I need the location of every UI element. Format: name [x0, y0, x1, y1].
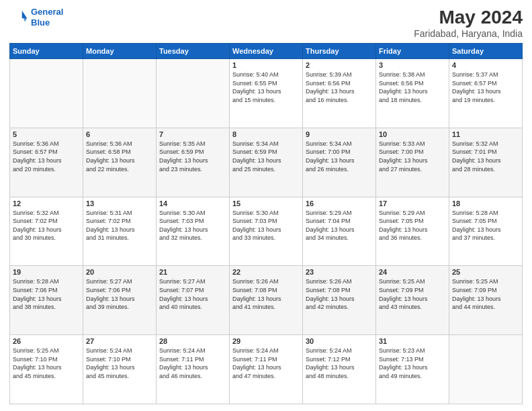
table-row: 5Sunrise: 5:36 AM Sunset: 6:57 PM Daylig…: [10, 128, 83, 197]
table-row: 31Sunrise: 5:23 AM Sunset: 7:13 PM Dayli…: [376, 335, 449, 404]
day-info: Sunrise: 5:25 AM Sunset: 7:09 PM Dayligh…: [379, 277, 446, 311]
day-info: Sunrise: 5:29 AM Sunset: 7:05 PM Dayligh…: [379, 209, 446, 242]
day-info: Sunrise: 5:25 AM Sunset: 7:09 PM Dayligh…: [452, 277, 519, 311]
table-row: 15Sunrise: 5:30 AM Sunset: 7:03 PM Dayli…: [230, 197, 303, 266]
table-row: 26Sunrise: 5:25 AM Sunset: 7:10 PM Dayli…: [10, 335, 83, 404]
day-info: Sunrise: 5:37 AM Sunset: 6:57 PM Dayligh…: [452, 71, 519, 104]
day-info: Sunrise: 5:33 AM Sunset: 7:00 PM Dayligh…: [379, 140, 446, 173]
calendar-week-row: 5Sunrise: 5:36 AM Sunset: 6:57 PM Daylig…: [10, 128, 523, 197]
day-number: 2: [306, 61, 373, 69]
table-row: 7Sunrise: 5:35 AM Sunset: 6:59 PM Daylig…: [157, 128, 230, 197]
table-row: 9Sunrise: 5:34 AM Sunset: 7:00 PM Daylig…: [303, 128, 376, 197]
day-info: Sunrise: 5:28 AM Sunset: 7:06 PM Dayligh…: [13, 277, 80, 311]
day-number: 25: [452, 268, 519, 276]
main-title: May 2024: [414, 7, 523, 28]
table-row: 11Sunrise: 5:32 AM Sunset: 7:01 PM Dayli…: [449, 128, 523, 197]
day-number: 31: [379, 337, 446, 345]
day-info: Sunrise: 5:23 AM Sunset: 7:13 PM Dayligh…: [379, 347, 446, 380]
day-info: Sunrise: 5:27 AM Sunset: 7:06 PM Dayligh…: [86, 277, 153, 311]
calendar-header-row: Sunday Monday Tuesday Wednesday Thursday…: [10, 44, 523, 59]
day-info: Sunrise: 5:40 AM Sunset: 6:55 PM Dayligh…: [232, 71, 300, 104]
table-row: 13Sunrise: 5:31 AM Sunset: 7:02 PM Dayli…: [83, 197, 157, 266]
table-row: 18Sunrise: 5:28 AM Sunset: 7:05 PM Dayli…: [449, 197, 523, 266]
day-number: 11: [452, 130, 519, 138]
day-number: 5: [13, 130, 80, 138]
day-info: Sunrise: 5:35 AM Sunset: 6:59 PM Dayligh…: [159, 140, 226, 173]
table-row: [83, 59, 157, 128]
calendar-week-row: 12Sunrise: 5:32 AM Sunset: 7:02 PM Dayli…: [10, 197, 523, 266]
day-number: 17: [379, 199, 446, 208]
svg-marker-0: [22, 10, 27, 17]
table-row: 19Sunrise: 5:28 AM Sunset: 7:06 PM Dayli…: [10, 266, 83, 335]
day-info: Sunrise: 5:25 AM Sunset: 7:10 PM Dayligh…: [13, 347, 80, 380]
day-info: Sunrise: 5:36 AM Sunset: 6:58 PM Dayligh…: [86, 140, 153, 173]
day-info: Sunrise: 5:34 AM Sunset: 6:59 PM Dayligh…: [232, 140, 300, 173]
day-number: 8: [232, 130, 300, 138]
col-monday: Monday: [83, 44, 157, 59]
day-number: 26: [13, 337, 80, 345]
svg-marker-1: [24, 18, 28, 22]
table-row: 27Sunrise: 5:24 AM Sunset: 7:10 PM Dayli…: [83, 335, 157, 404]
day-number: 15: [232, 199, 300, 208]
day-info: Sunrise: 5:34 AM Sunset: 7:00 PM Dayligh…: [306, 140, 373, 173]
table-row: 14Sunrise: 5:30 AM Sunset: 7:03 PM Dayli…: [157, 197, 230, 266]
table-row: 24Sunrise: 5:25 AM Sunset: 7:09 PM Dayli…: [376, 266, 449, 335]
day-number: 23: [306, 268, 373, 276]
day-number: 28: [159, 337, 226, 345]
day-number: 19: [13, 268, 80, 276]
day-info: Sunrise: 5:39 AM Sunset: 6:56 PM Dayligh…: [306, 71, 373, 104]
day-number: 18: [452, 199, 519, 208]
table-row: [449, 335, 523, 404]
col-sunday: Sunday: [10, 44, 83, 59]
logo-icon: [9, 8, 28, 27]
day-number: 21: [159, 268, 226, 276]
day-number: 27: [86, 337, 153, 345]
calendar-week-row: 26Sunrise: 5:25 AM Sunset: 7:10 PM Dayli…: [10, 335, 523, 404]
day-info: Sunrise: 5:32 AM Sunset: 7:02 PM Dayligh…: [13, 209, 80, 242]
day-info: Sunrise: 5:32 AM Sunset: 7:01 PM Dayligh…: [452, 140, 519, 173]
day-number: 7: [159, 130, 226, 138]
day-info: Sunrise: 5:26 AM Sunset: 7:08 PM Dayligh…: [306, 277, 373, 311]
day-number: 20: [86, 268, 153, 276]
col-friday: Friday: [376, 44, 449, 59]
col-thursday: Thursday: [303, 44, 376, 59]
logo: General Blue: [9, 7, 63, 28]
table-row: 16Sunrise: 5:29 AM Sunset: 7:04 PM Dayli…: [303, 197, 376, 266]
logo-line2: Blue: [31, 17, 50, 28]
col-wednesday: Wednesday: [230, 44, 303, 59]
table-row: 22Sunrise: 5:26 AM Sunset: 7:08 PM Dayli…: [230, 266, 303, 335]
day-number: 1: [232, 61, 300, 69]
day-number: 24: [379, 268, 446, 276]
day-info: Sunrise: 5:28 AM Sunset: 7:05 PM Dayligh…: [452, 209, 519, 242]
day-number: 14: [159, 199, 226, 208]
day-info: Sunrise: 5:24 AM Sunset: 7:11 PM Dayligh…: [232, 347, 300, 380]
day-number: 16: [306, 199, 373, 208]
day-number: 10: [379, 130, 446, 138]
subtitle: Faridabad, Haryana, India: [414, 28, 523, 39]
table-row: 25Sunrise: 5:25 AM Sunset: 7:09 PM Dayli…: [449, 266, 523, 335]
day-number: 29: [232, 337, 300, 345]
page: General Blue May 2024 Faridabad, Haryana…: [0, 0, 532, 411]
table-row: 20Sunrise: 5:27 AM Sunset: 7:06 PM Dayli…: [83, 266, 157, 335]
day-number: 6: [86, 130, 153, 138]
day-number: 13: [86, 199, 153, 208]
calendar-body: 1Sunrise: 5:40 AM Sunset: 6:55 PM Daylig…: [10, 59, 523, 404]
table-row: 1Sunrise: 5:40 AM Sunset: 6:55 PM Daylig…: [230, 59, 303, 128]
day-info: Sunrise: 5:29 AM Sunset: 7:04 PM Dayligh…: [306, 209, 373, 242]
day-info: Sunrise: 5:27 AM Sunset: 7:07 PM Dayligh…: [159, 277, 226, 311]
table-row: 12Sunrise: 5:32 AM Sunset: 7:02 PM Dayli…: [10, 197, 83, 266]
day-info: Sunrise: 5:24 AM Sunset: 7:11 PM Dayligh…: [159, 347, 226, 380]
day-info: Sunrise: 5:30 AM Sunset: 7:03 PM Dayligh…: [159, 209, 226, 242]
calendar-table: Sunday Monday Tuesday Wednesday Thursday…: [9, 43, 523, 404]
table-row: [157, 59, 230, 128]
day-info: Sunrise: 5:38 AM Sunset: 6:56 PM Dayligh…: [379, 71, 446, 104]
title-block: May 2024 Faridabad, Haryana, India: [414, 7, 523, 39]
table-row: 2Sunrise: 5:39 AM Sunset: 6:56 PM Daylig…: [303, 59, 376, 128]
day-number: 4: [452, 61, 519, 69]
day-number: 30: [306, 337, 373, 345]
day-info: Sunrise: 5:24 AM Sunset: 7:10 PM Dayligh…: [86, 347, 153, 380]
col-tuesday: Tuesday: [157, 44, 230, 59]
table-row: 28Sunrise: 5:24 AM Sunset: 7:11 PM Dayli…: [157, 335, 230, 404]
table-row: [10, 59, 83, 128]
table-row: 30Sunrise: 5:24 AM Sunset: 7:12 PM Dayli…: [303, 335, 376, 404]
